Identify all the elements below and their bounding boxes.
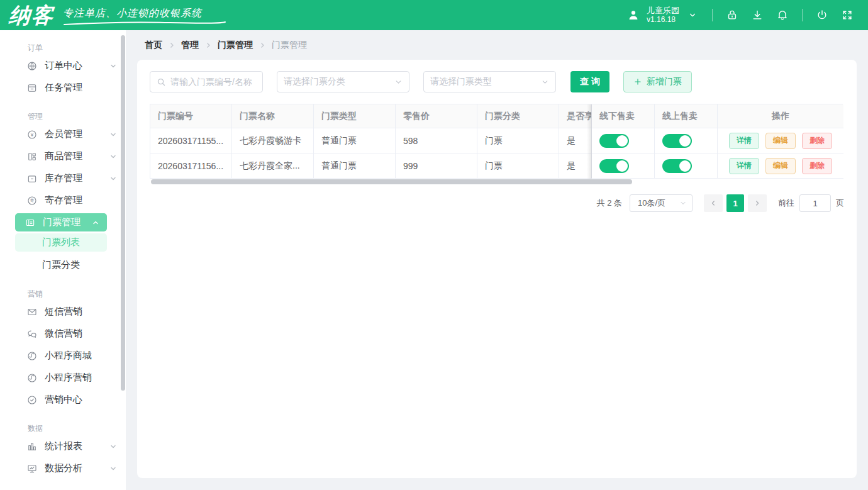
main-content: 首页 管理 门票管理 门票管理 请选择门票分类 请选择门票类型 查 询	[126, 30, 868, 490]
sidebar-section-data: 数据	[0, 421, 126, 435]
pagination-total: 共 2 条	[597, 198, 622, 209]
divider	[802, 9, 803, 21]
sidebar-item-task-management[interactable]: 任务管理	[0, 77, 126, 99]
sidebar-item-data-analysis[interactable]: 数据分析	[0, 457, 126, 479]
sidebar-item-sms-marketing[interactable]: 短信营销	[0, 301, 126, 323]
chevron-down-icon	[109, 131, 117, 138]
delete-button[interactable]: 删除	[802, 133, 832, 149]
sidebar-item-label: 小程序营销	[45, 372, 117, 384]
sidebar-item-label: 订单中心	[45, 60, 109, 72]
ticket-search-input[interactable]	[170, 77, 256, 87]
edit-button[interactable]: 编辑	[765, 133, 796, 149]
breadcrumb-management[interactable]: 管理	[181, 40, 199, 51]
col-header-ticket-code: 门票编号	[150, 104, 232, 128]
detail-button[interactable]: 详情	[729, 158, 759, 174]
deposit-icon: 寄	[26, 195, 38, 206]
sidebar-item-statistics-report[interactable]: 统计报表	[0, 435, 126, 457]
table-header-row: 门票编号 门票名称 门票类型 零售价 门票分类 是否享 线下售卖 线上售卖 操作	[150, 104, 842, 128]
sidebar-item-wechat-marketing[interactable]: 微信营销	[0, 323, 126, 345]
member-icon: ¥	[26, 129, 38, 140]
chevron-down-icon	[109, 62, 117, 70]
chevron-right-icon	[204, 42, 212, 49]
page-size-select[interactable]: 10条/页	[630, 194, 693, 212]
offline-sale-toggle[interactable]	[599, 159, 629, 173]
cell-ticket-category: 门票	[477, 128, 559, 153]
sidebar-item-label: 营销中心	[45, 394, 117, 406]
col-header-online-sale: 线上售卖	[655, 104, 718, 128]
ticket-category-select[interactable]: 请选择门票分类	[277, 71, 409, 92]
prev-page-button[interactable]	[704, 194, 723, 212]
envelope-icon	[26, 306, 38, 318]
sidebar-subitem-ticket-list[interactable]: 门票列表	[15, 233, 107, 252]
sidebar-item-ticket-management[interactable]: 门票管理	[15, 213, 107, 231]
next-page-button[interactable]	[748, 194, 767, 212]
filter-toolbar: 请选择门票分类 请选择门票类型 查 询 新增门票	[150, 71, 844, 92]
page-size-label: 10条/页	[638, 198, 665, 209]
col-header-member-discount: 是否享	[559, 104, 592, 128]
ticket-search-field[interactable]	[150, 71, 263, 92]
miniprogram-icon	[26, 372, 38, 384]
app-version: v1.16.18	[647, 16, 679, 25]
sidebar-item-deposit-management[interactable]: 寄 寄存管理	[0, 189, 126, 211]
cell-ticket-name: 七彩丹霞畅游卡	[232, 128, 314, 153]
fullscreen-icon[interactable]	[839, 7, 855, 23]
power-icon[interactable]	[814, 7, 830, 23]
download-icon[interactable]	[749, 7, 765, 23]
select-placeholder: 请选择门票类型	[430, 76, 492, 87]
query-button[interactable]: 查 询	[570, 71, 609, 92]
cell-ticket-type: 普通门票	[314, 128, 396, 153]
sidebar-subitem-ticket-category[interactable]: 门票分类	[15, 254, 107, 276]
offline-sale-toggle[interactable]	[599, 134, 629, 148]
sidebar-item-member-management[interactable]: ¥ 会员管理	[0, 123, 126, 145]
edit-button[interactable]: 编辑	[765, 158, 796, 174]
sidebar-scrollbar[interactable]	[121, 35, 125, 391]
cell-offline-sale	[592, 128, 655, 153]
chevron-down-icon	[679, 199, 687, 207]
add-ticket-button[interactable]: 新增门票	[623, 71, 692, 92]
divider	[712, 9, 713, 21]
online-sale-toggle[interactable]	[662, 159, 692, 173]
cell-ticket-type: 普通门票	[314, 153, 396, 179]
delete-button[interactable]: 删除	[802, 158, 832, 174]
sidebar-item-marketing-center[interactable]: 营销中心	[0, 389, 126, 411]
detail-button[interactable]: 详情	[729, 133, 759, 149]
sidebar-item-miniprogram-mall[interactable]: 小程序商城	[0, 345, 126, 367]
search-icon	[157, 77, 166, 87]
bar-chart-icon	[26, 441, 38, 452]
chevron-down-icon	[109, 175, 117, 182]
sidebar-item-label: 库存管理	[45, 172, 109, 184]
sidebar-item-miniprogram-marketing[interactable]: 小程序营销	[0, 367, 126, 389]
cell-actions: 详情 编辑 删除	[718, 128, 843, 153]
goto-label: 前往	[778, 198, 794, 209]
pagination: 共 2 条 10条/页 1 前往 页	[150, 194, 844, 212]
col-header-retail-price: 零售价	[396, 104, 477, 128]
online-sale-toggle[interactable]	[662, 134, 692, 148]
sidebar-section-management: 管理	[0, 109, 126, 123]
store-name: 儿童乐园	[647, 6, 679, 16]
globe-icon	[26, 60, 38, 72]
breadcrumb-ticket-management[interactable]: 门票管理	[218, 40, 253, 51]
breadcrumb-home[interactable]: 首页	[145, 40, 162, 51]
sidebar-item-stock-management[interactable]: 库存管理	[0, 167, 126, 189]
topbar: 纳客 专注单店、小连锁的收银系统 儿童乐园 v1.16.18	[0, 0, 868, 30]
page-number-1[interactable]: 1	[726, 194, 744, 212]
col-header-ticket-name: 门票名称	[232, 104, 314, 128]
col-header-ticket-category: 门票分类	[477, 104, 559, 128]
scrollbar-thumb[interactable]	[151, 179, 632, 184]
ticket-type-select[interactable]: 请选择门票类型	[423, 71, 556, 92]
goto-page-input[interactable]	[799, 194, 831, 212]
select-placeholder: 请选择门票分类	[284, 76, 345, 87]
svg-text:¥: ¥	[31, 131, 34, 137]
chevron-down-icon[interactable]	[684, 7, 701, 23]
chevron-right-icon	[259, 42, 266, 49]
bell-icon[interactable]	[774, 7, 791, 23]
plus-icon	[633, 77, 642, 86]
app-tagline: 专注单店、小连锁的收银系统	[63, 7, 226, 20]
sidebar-item-goods-management[interactable]: 商品管理	[0, 145, 126, 167]
col-header-offline-sale: 线下售卖	[592, 104, 655, 128]
sidebar-item-label: 寄存管理	[45, 194, 117, 206]
user-menu[interactable]: 儿童乐园 v1.16.18	[625, 6, 701, 25]
lock-icon[interactable]	[724, 7, 740, 23]
sidebar-item-order-center[interactable]: 订单中心	[0, 55, 126, 77]
store-info: 儿童乐园 v1.16.18	[647, 6, 679, 25]
